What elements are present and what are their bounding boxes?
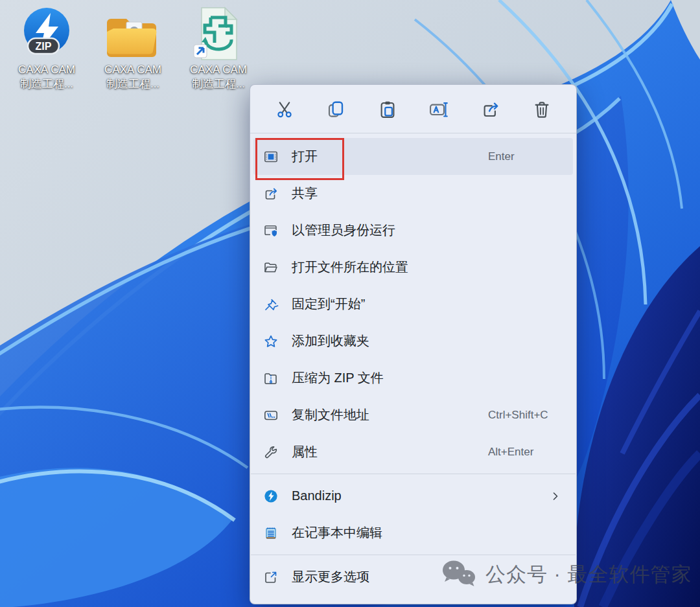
desktop-icon-caxa-shortcut[interactable]: CAXA CAM 制造工程... — [176, 3, 261, 91]
menu-item-shortcut: Enter — [488, 150, 515, 163]
menu-item-pin-to-start[interactable]: 固定到“开始” — [253, 286, 573, 323]
menu-item-shortcut: Ctrl+Shift+C — [488, 409, 548, 422]
icon-label-line2: 制造工程... — [90, 77, 176, 91]
context-menu-icon-bar — [250, 85, 576, 133]
menu-item-bandizip[interactable]: Bandizip — [253, 477, 573, 514]
menu-item-label: 属性 — [292, 443, 318, 461]
folder-icon — [90, 3, 176, 63]
menu-item-label: 打开文件所在的位置 — [292, 258, 408, 276]
copy-path-icon — [263, 407, 279, 423]
context-menu: 打开 Enter 共享 — [250, 84, 577, 604]
menu-item-show-more-options[interactable]: 显示更多选项 — [253, 558, 573, 595]
menu-item-properties[interactable]: 属性 Alt+Enter — [253, 433, 573, 470]
run-as-admin-icon — [263, 223, 279, 238]
menu-item-compress-to-zip[interactable]: 压缩为 ZIP 文件 — [253, 360, 573, 396]
wrench-icon — [263, 444, 279, 460]
context-menu-items: 打开 Enter 共享 — [250, 133, 576, 595]
menu-item-run-as-admin[interactable]: 以管理员身份运行 — [253, 212, 573, 249]
show-more-options-icon — [263, 569, 279, 585]
delete-icon[interactable] — [528, 96, 555, 123]
desktop-icon-folder[interactable]: CAXA CAM 制造工程... — [90, 3, 176, 91]
paste-icon[interactable] — [374, 96, 401, 123]
menu-item-share[interactable]: 共享 — [253, 175, 573, 212]
copy-icon[interactable] — [322, 96, 349, 123]
open-icon — [263, 149, 279, 165]
share-icon — [263, 186, 279, 201]
star-icon — [263, 334, 279, 349]
bandizip-icon — [263, 488, 279, 504]
menu-item-label: 共享 — [292, 185, 318, 202]
menu-item-label: 以管理员身份运行 — [292, 222, 395, 239]
icon-label-line1: CAXA CAM — [90, 63, 176, 77]
notepad-icon — [263, 525, 279, 541]
cut-icon[interactable] — [271, 96, 298, 123]
icon-label-line1: CAXA CAM — [176, 63, 261, 77]
share-icon[interactable] — [477, 96, 504, 123]
desktop: ZIP CAXA CAM 制造工程... CAXA CAM 制造工程... — [0, 0, 700, 607]
menu-item-label: 打开 — [292, 148, 318, 165]
menu-item-label: Bandizip — [292, 488, 342, 503]
menu-item-label: 在记事本中编辑 — [292, 524, 382, 542]
menu-item-label: 复制文件地址 — [292, 406, 369, 424]
menu-item-edit-in-notepad[interactable]: 在记事本中编辑 — [253, 514, 573, 551]
separator — [251, 555, 576, 555]
menu-item-open-file-location[interactable]: 打开文件所在的位置 — [253, 249, 573, 286]
rename-icon[interactable] — [425, 96, 452, 123]
icon-label-line2: 制造工程... — [4, 77, 89, 91]
menu-item-copy-file-path[interactable]: 复制文件地址 Ctrl+Shift+C — [253, 396, 573, 433]
svg-text:ZIP: ZIP — [36, 41, 52, 52]
menu-item-shortcut: Alt+Enter — [488, 446, 533, 459]
caxa-document-icon — [176, 3, 261, 63]
menu-item-label: 固定到“开始” — [292, 295, 365, 313]
menu-item-label: 添加到收藏夹 — [292, 332, 369, 350]
folder-open-icon — [263, 260, 279, 275]
pin-icon — [263, 297, 279, 312]
icon-label-line1: CAXA CAM — [4, 63, 89, 77]
menu-item-open[interactable]: 打开 Enter — [253, 138, 573, 175]
submenu-chevron-icon — [550, 491, 561, 501]
menu-item-label: 压缩为 ZIP 文件 — [292, 369, 384, 387]
bandizip-zip-file-icon: ZIP — [4, 3, 89, 63]
menu-item-label: 显示更多选项 — [292, 568, 369, 586]
zip-folder-icon — [263, 371, 279, 386]
icon-label-line2: 制造工程... — [176, 77, 261, 91]
desktop-icon-zip-archive[interactable]: ZIP CAXA CAM 制造工程... — [4, 3, 89, 91]
menu-item-add-to-favorites[interactable]: 添加到收藏夹 — [253, 323, 573, 360]
separator — [251, 474, 576, 474]
